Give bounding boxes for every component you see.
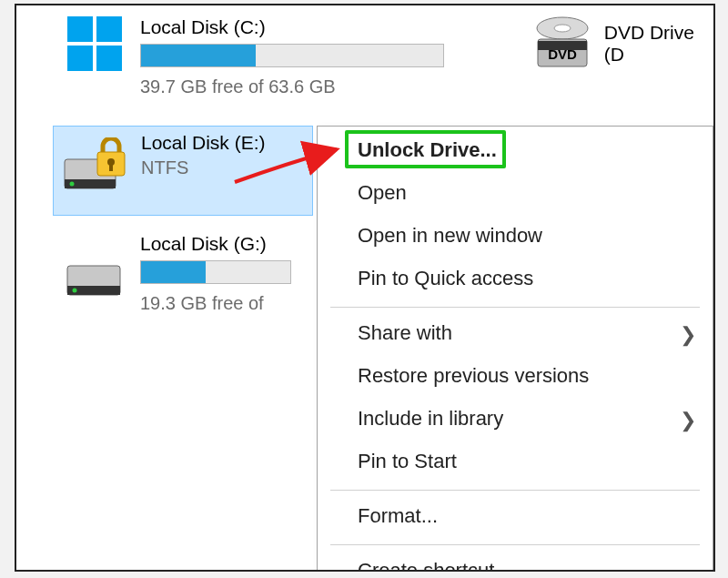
menu-open[interactable]: Open <box>318 173 713 216</box>
drive-g-usage-bar <box>140 260 291 284</box>
drive-dvd[interactable]: DVD DVD Drive (D <box>523 8 715 79</box>
locked-drive-icon <box>61 137 132 196</box>
drive-dvd-title: DVD Drive (D <box>604 22 709 66</box>
submenu-caret-icon: ❯ <box>680 315 696 355</box>
menu-include-library-label: Include in library <box>358 407 503 430</box>
svg-point-7 <box>70 182 75 187</box>
drive-c-usage-bar <box>140 44 444 67</box>
explorer-window: Local Disk (C:) 39.7 GB free of 63.6 GB … <box>15 4 715 572</box>
drive-g[interactable]: Local Disk (G:) 19.3 GB free of <box>53 228 320 319</box>
menu-share-with-label: Share with <box>358 321 452 344</box>
drive-c[interactable]: Local Disk (C:) 39.7 GB free of 63.6 GB <box>53 11 508 103</box>
menu-pin-quick-access[interactable]: Pin to Quick access <box>318 259 713 301</box>
menu-separator <box>330 544 700 545</box>
drive-e-title: Local Disk (E:) <box>141 132 266 154</box>
svg-text:DVD: DVD <box>549 46 578 62</box>
drive-c-title: Local Disk (C:) <box>140 16 444 38</box>
drive-e-filesystem: NTFS <box>141 157 266 178</box>
windows-logo-icon <box>60 16 131 73</box>
menu-share-with[interactable]: Share with ❯ <box>318 313 713 356</box>
menu-include-library[interactable]: Include in library ❯ <box>318 399 713 441</box>
menu-separator <box>330 307 700 308</box>
svg-point-13 <box>73 289 77 293</box>
drive-g-title: Local Disk (G:) <box>140 233 291 255</box>
drive-context-menu: Unlock Drive... Open Open in new window … <box>317 126 713 572</box>
menu-separator <box>330 490 700 491</box>
drive-c-free-text: 39.7 GB free of 63.6 GB <box>140 76 444 97</box>
menu-unlock-drive[interactable]: Unlock Drive... <box>318 130 713 173</box>
dvd-drive-icon: DVD <box>531 14 595 74</box>
menu-format[interactable]: Format... <box>318 496 713 539</box>
submenu-caret-icon: ❯ <box>680 401 696 441</box>
hard-drive-icon <box>60 259 131 302</box>
drive-e[interactable]: Local Disk (E:) NTFS <box>53 126 313 216</box>
drive-g-free-text: 19.3 GB free of <box>140 293 291 314</box>
menu-open-new-window[interactable]: Open in new window <box>318 216 713 259</box>
menu-pin-start[interactable]: Pin to Start <box>318 441 713 484</box>
svg-point-1 <box>554 25 571 32</box>
menu-restore-versions[interactable]: Restore previous versions <box>318 356 713 399</box>
svg-rect-10 <box>109 164 113 171</box>
menu-create-shortcut[interactable]: Create shortcut <box>318 551 713 572</box>
